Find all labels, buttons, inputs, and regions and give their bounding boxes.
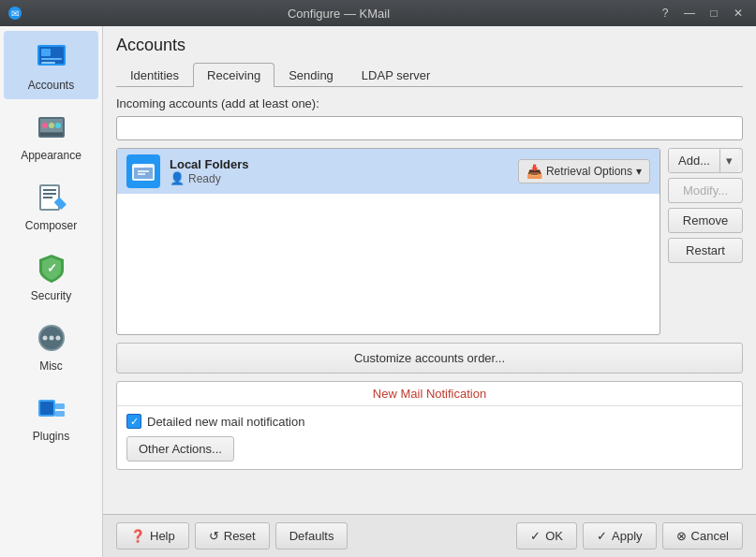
restart-button[interactable]: Restart [668, 238, 743, 263]
other-actions-button[interactable]: Other Actions... [126, 436, 234, 462]
sidebar-item-appearance[interactable]: Appearance [4, 101, 98, 169]
svg-rect-16 [43, 193, 56, 195]
account-buttons: Add... ▾ Modify... Remove Restart [668, 148, 743, 335]
svg-point-10 [42, 123, 48, 128]
cancel-button[interactable]: ⊗ Cancel [662, 522, 743, 550]
security-icon: ✓ [33, 249, 70, 286]
sidebar-item-composer[interactable]: Composer [4, 171, 98, 240]
titlebar: ✉ Configure — KMail ? — □ ✕ [0, 0, 756, 26]
sidebar-item-plugins[interactable]: Plugins [4, 382, 98, 450]
account-name: Local Folders [170, 157, 509, 171]
svg-rect-15 [43, 189, 56, 191]
sidebar: Accounts Appearance [0, 26, 103, 557]
apply-button[interactable]: ✓ Apply [583, 522, 657, 550]
page-title: Accounts [116, 36, 743, 55]
titlebar-left: ✉ [7, 6, 22, 21]
account-area: Local Folders 👤 Ready 📥 Retrieval Option… [116, 148, 743, 335]
detailed-notification-row: ✓ Detailed new mail notification [126, 414, 733, 429]
minimize-button[interactable]: — [679, 3, 700, 23]
retrieval-icon: 📥 [526, 164, 542, 179]
close-button[interactable]: ✕ [728, 3, 749, 23]
remove-button[interactable]: Remove [668, 208, 743, 233]
tab-receiving[interactable]: Receiving [193, 63, 274, 87]
status-person-icon: 👤 [170, 171, 185, 185]
help-button[interactable]: ? [655, 3, 675, 23]
svg-point-23 [49, 336, 53, 341]
tab-identities[interactable]: Identities [116, 63, 193, 87]
app-icon: ✉ [7, 6, 22, 21]
svg-rect-6 [41, 62, 55, 64]
main-layout: Accounts Appearance [0, 26, 756, 557]
account-status: 👤 Ready [170, 171, 509, 185]
account-list: Local Folders 👤 Ready 📥 Retrieval Option… [116, 148, 660, 335]
account-folder-icon [126, 154, 160, 188]
notification-section: New Mail Notification ✓ Detailed new mai… [116, 381, 743, 470]
svg-point-24 [55, 336, 60, 341]
bottom-right-buttons: ✓ OK ✓ Apply ⊗ Cancel [516, 522, 743, 550]
ok-check-icon: ✓ [530, 529, 541, 543]
tab-sending[interactable]: Sending [274, 63, 348, 87]
help-icon: ❓ [130, 529, 145, 543]
page-body: Accounts Identities Receiving Sending LD… [103, 26, 756, 514]
svg-rect-26 [40, 402, 53, 415]
sidebar-item-security[interactable]: ✓ Security [4, 242, 98, 310]
add-button[interactable]: Add... [669, 149, 720, 172]
cancel-label: Cancel [691, 529, 729, 543]
svg-rect-9 [40, 133, 63, 136]
svg-point-12 [55, 123, 61, 128]
notification-body: ✓ Detailed new mail notification Other A… [117, 406, 742, 469]
account-search-input[interactable] [116, 116, 743, 140]
reset-icon: ↺ [209, 529, 219, 543]
composer-icon [33, 179, 70, 216]
customize-order-button[interactable]: Customize accounts order... [116, 343, 743, 374]
tabs-bar: Identities Receiving Sending LDAP server [116, 63, 743, 87]
bottom-left-buttons: ❓ Help ↺ Reset Defaults [116, 522, 348, 550]
plugins-label: Plugins [33, 430, 69, 443]
svg-rect-28 [55, 411, 65, 417]
retrieval-label: Retrieval Options [546, 165, 632, 178]
apply-label: Apply [612, 529, 643, 543]
appearance-icon [33, 109, 70, 146]
plugins-icon [33, 389, 70, 427]
content-area: Accounts Identities Receiving Sending LD… [103, 26, 756, 557]
add-dropdown-button[interactable]: ▾ [720, 149, 738, 172]
retrieval-dropdown-icon: ▾ [636, 165, 642, 178]
svg-point-11 [49, 123, 54, 128]
sidebar-item-misc[interactable]: Misc [4, 312, 98, 380]
svg-rect-17 [43, 197, 52, 198]
apply-check-icon: ✓ [597, 529, 607, 543]
window-title: Configure — KMail [22, 7, 655, 21]
accounts-icon [33, 38, 70, 76]
reset-button[interactable]: ↺ Reset [195, 522, 270, 550]
retrieval-options-button[interactable]: 📥 Retrieval Options ▾ [518, 159, 650, 183]
cancel-icon: ⊗ [676, 529, 687, 543]
account-row-local-folders[interactable]: Local Folders 👤 Ready 📥 Retrieval Option… [117, 149, 660, 194]
appearance-label: Appearance [21, 149, 82, 162]
detailed-notification-checkbox[interactable]: ✓ [126, 414, 141, 429]
help-label: Help [150, 529, 175, 543]
modify-button[interactable]: Modify... [668, 178, 743, 203]
add-button-group: Add... ▾ [668, 148, 743, 173]
svg-text:✉: ✉ [11, 8, 19, 19]
account-list-empty-space [117, 194, 660, 334]
svg-text:✓: ✓ [46, 261, 56, 275]
defaults-button[interactable]: Defaults [275, 522, 348, 550]
svg-rect-5 [41, 58, 62, 60]
notification-title: New Mail Notification [117, 382, 742, 406]
reset-label: Reset [224, 529, 256, 543]
misc-label: Misc [39, 359, 63, 373]
defaults-label: Defaults [289, 529, 334, 543]
svg-rect-4 [41, 49, 51, 56]
tab-ldap[interactable]: LDAP server [348, 63, 444, 87]
incoming-label: Incoming accounts (add at least one): [116, 96, 743, 110]
security-label: Security [31, 289, 71, 302]
account-status-text: Ready [188, 172, 221, 185]
ok-button[interactable]: ✓ OK [516, 522, 577, 550]
detailed-notification-label: Detailed new mail notification [147, 415, 304, 429]
svg-rect-27 [55, 403, 65, 409]
bottom-bar: ❓ Help ↺ Reset Defaults ✓ OK ✓ App [103, 514, 756, 557]
maximize-button[interactable]: □ [704, 3, 724, 23]
sidebar-item-accounts[interactable]: Accounts [4, 31, 98, 99]
ok-label: OK [545, 529, 563, 543]
help-button[interactable]: ❓ Help [116, 522, 189, 550]
